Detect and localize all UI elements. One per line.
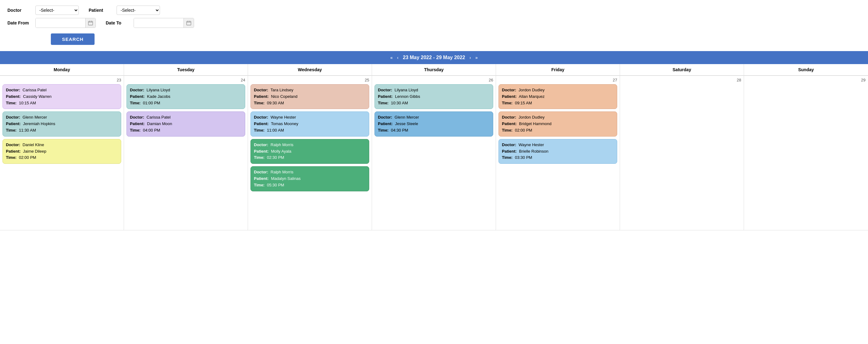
doctor-select[interactable]: -Select- (35, 6, 79, 15)
appt-doctor: Wayne Hester (517, 142, 544, 148)
date-from-label: Date From (7, 21, 32, 25)
appt-doctor: Daniel Kline (21, 142, 44, 148)
nav-last-next[interactable]: » (475, 55, 478, 60)
calendar-header: « ‹ 23 May 2022 - 29 May 2022 › » (0, 51, 868, 64)
cal-date-25: 25 (250, 78, 369, 82)
appt-patient-row: Patient: Allan Marquez (502, 94, 614, 100)
appt-patient-row: Patient: Jaime Dileep (6, 148, 118, 155)
date-to-calendar-icon[interactable] (184, 18, 194, 28)
time-lbl: Time: (6, 154, 17, 161)
appt-doctor-row: Doctor: Jordon Dudley (502, 87, 614, 94)
appt-patient: Cassidy Warren (22, 94, 52, 100)
date-from-filter: Date From (7, 18, 96, 28)
time-lbl: Time: (6, 100, 17, 106)
doctor-lbl: Doctor: (254, 87, 268, 94)
appointment-card[interactable]: Doctor: Carissa Patel Patient: Damian Mo… (126, 111, 245, 136)
doctor-filter: Doctor -Select- (7, 6, 79, 15)
appt-doctor: Carissa Patel (21, 87, 46, 94)
appt-doctor-row: Doctor: Tara Lindsey (254, 87, 366, 94)
patient-lbl: Patient: (130, 94, 145, 100)
doctor-lbl: Doctor: (502, 114, 516, 121)
appt-patient-row: Patient: Tomas Mooney (254, 121, 366, 127)
day-header-wednesday: Wednesday (248, 64, 372, 75)
appointment-card[interactable]: Doctor: Carissa Patel Patient: Cassidy W… (2, 84, 121, 109)
appt-time-row: Time: 02:00 PM (502, 127, 614, 134)
appt-patient-row: Patient: Cassidy Warren (6, 94, 118, 100)
day-header-thursday: Thursday (372, 64, 496, 75)
day-header-friday: Friday (496, 64, 620, 75)
doctor-lbl: Doctor: (502, 142, 516, 148)
day-header-saturday: Saturday (620, 64, 744, 75)
doctor-lbl: Doctor: (254, 169, 268, 176)
svg-rect-0 (88, 21, 93, 25)
search-button[interactable]: SEARCH (51, 33, 95, 45)
time-lbl: Time: (130, 127, 141, 134)
appt-patient-row: Patient: Bridget Hammond (502, 121, 614, 127)
doctor-lbl: Doctor: (6, 87, 20, 94)
appointment-card[interactable]: Doctor: Jordon Dudley Patient: Bridget H… (498, 111, 617, 136)
appt-patient: Tomas Mooney (270, 121, 299, 127)
appointment-card[interactable]: Doctor: Glenn Mercer Patient: Jeremiah H… (2, 111, 121, 136)
nav-next[interactable]: › (470, 55, 471, 60)
appt-doctor: Ralph Morris (269, 142, 293, 148)
appt-patient: Allan Marquez (518, 94, 545, 100)
nav-prev[interactable]: ‹ (397, 55, 399, 60)
patient-lbl: Patient: (502, 94, 517, 100)
cal-date-29: 29 (746, 78, 866, 82)
appt-doctor-row: Doctor: Jordon Dudley (502, 114, 614, 121)
appt-doctor-row: Doctor: Lilyana Lloyd (130, 87, 242, 94)
appt-time: 11:30 AM (18, 127, 36, 134)
date-from-calendar-icon[interactable] (85, 18, 95, 28)
cal-date-28: 28 (622, 78, 741, 82)
appointment-card[interactable]: Doctor: Daniel Kline Patient: Jaime Dile… (2, 139, 121, 164)
time-lbl: Time: (254, 154, 265, 161)
appointment-card[interactable]: Doctor: Tara Lindsey Patient: Nico Copel… (250, 84, 369, 109)
appointment-card[interactable]: Doctor: Ralph Morris Patient: Madalyn Sa… (250, 166, 369, 191)
time-lbl: Time: (6, 127, 17, 134)
appt-patient: Madalyn Salinas (270, 176, 301, 182)
appointment-card[interactable]: Doctor: Lilyana Lloyd Patient: Lennon Gi… (374, 84, 493, 109)
appt-patient: Bridget Hammond (518, 121, 552, 127)
cal-cell-24: 24 Doctor: Lilyana Lloyd Patient: Kade J… (124, 76, 248, 230)
patient-lbl: Patient: (6, 148, 21, 155)
appt-time-row: Time: 02:30 PM (254, 154, 366, 161)
cal-date-27: 27 (498, 78, 617, 82)
appt-time-row: Time: 04:30 PM (378, 127, 490, 134)
appt-time-row: Time: 09:30 AM (254, 100, 366, 106)
nav-first-prev[interactable]: « (390, 55, 393, 60)
doctor-lbl: Doctor: (130, 114, 144, 121)
appt-doctor-row: Doctor: Daniel Kline (6, 142, 118, 148)
appointment-card[interactable]: Doctor: Lilyana Lloyd Patient: Kade Jaco… (126, 84, 245, 109)
patient-lbl: Patient: (6, 121, 21, 127)
appt-time: 05:30 PM (266, 182, 284, 188)
appointment-card[interactable]: Doctor: Glenn Mercer Patient: Jesse Stee… (374, 111, 493, 136)
patient-select[interactable]: -Select- (117, 6, 160, 15)
time-lbl: Time: (378, 127, 389, 134)
appt-time-row: Time: 09:15 AM (502, 100, 614, 106)
appt-time: 10:30 AM (390, 100, 408, 106)
cal-date-23: 23 (2, 78, 121, 82)
appt-time-row: Time: 11:30 AM (6, 127, 118, 134)
appt-patient: Jesse Steele (394, 121, 418, 127)
appt-time: 10:15 AM (18, 100, 36, 106)
appt-time: 02:00 PM (514, 127, 532, 134)
svg-rect-4 (187, 21, 191, 25)
appt-time: 03:30 PM (514, 154, 532, 161)
cal-cell-29: 29 (744, 76, 868, 230)
appt-time: 11:00 AM (266, 127, 284, 134)
appt-doctor: Glenn Mercer (21, 114, 47, 121)
day-header-monday: Monday (0, 64, 124, 75)
date-from-input[interactable] (36, 18, 85, 28)
time-lbl: Time: (130, 100, 141, 106)
calendar-days-header: MondayTuesdayWednesdayThursdayFridaySatu… (0, 64, 868, 75)
appt-doctor: Jordon Dudley (517, 87, 545, 94)
appointment-card[interactable]: Doctor: Ralph Morris Patient: Molly Ayal… (250, 139, 369, 164)
appointment-card[interactable]: Doctor: Wayne Hester Patient: Brielle Ro… (498, 139, 617, 164)
patient-label: Patient (89, 8, 114, 13)
patient-lbl: Patient: (378, 121, 393, 127)
patient-lbl: Patient: (130, 121, 145, 127)
date-to-input[interactable] (134, 18, 184, 28)
appointment-card[interactable]: Doctor: Jordon Dudley Patient: Allan Mar… (498, 84, 617, 109)
appointment-card[interactable]: Doctor: Wayne Hester Patient: Tomas Moon… (250, 111, 369, 136)
cal-cell-27: 27 Doctor: Jordon Dudley Patient: Allan … (496, 76, 620, 230)
